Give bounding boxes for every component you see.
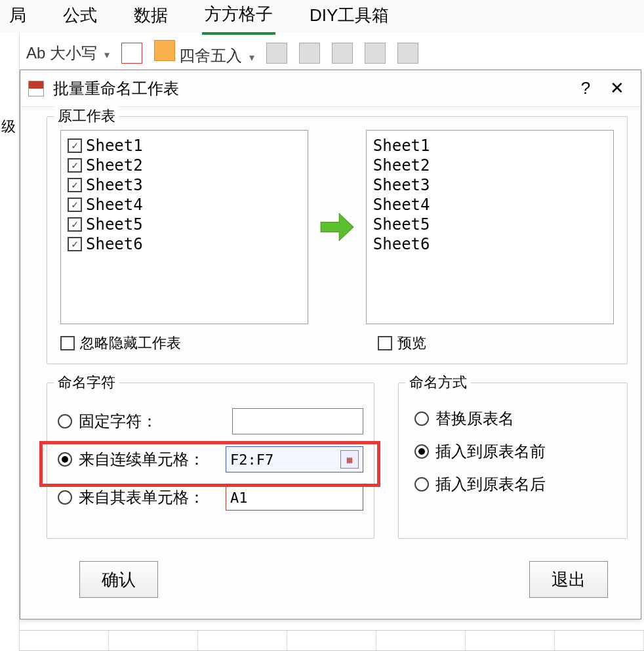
preview-sheet-item[interactable]: Sheet4	[373, 195, 607, 215]
sheet-name: Sheet4	[86, 195, 143, 215]
preview-sheet-item[interactable]: Sheet5	[373, 215, 607, 234]
range-value: F2:F7	[230, 452, 273, 468]
ribbon-tab-layout[interactable]: 局	[7, 0, 29, 33]
ribbon-tabs: 局 公式 数据 方方格子 DIY工具箱	[0, 0, 644, 33]
ribbon-tab-formula[interactable]: 公式	[60, 0, 100, 33]
ribbon-toolbar: ▾ Ab 大小写 ▾ 四舍五入 ▾	[0, 37, 644, 70]
checkbox-icon	[68, 217, 82, 232]
source-sheet-list[interactable]: Sheet1Sheet2Sheet3Sheet4Sheet5Sheet6	[60, 130, 308, 324]
option-fixed-label: 固定字符：	[79, 411, 157, 432]
checkbox-icon	[68, 237, 82, 251]
toolbar-icon-6[interactable]	[397, 43, 418, 64]
option-before-label: 插入到原表名前	[435, 441, 546, 462]
preview-sheet-item[interactable]: Sheet6	[373, 234, 607, 254]
option-insert-before[interactable]: 插入到原表名前	[414, 441, 611, 462]
radio-icon	[58, 452, 72, 467]
sheet-name: Sheet1	[86, 136, 143, 156]
toolbar-icon-5[interactable]	[365, 43, 386, 64]
option-range[interactable]: 来自连续单元格： F2:F7 ▦	[58, 446, 363, 472]
sheet-name: Sheet2	[86, 156, 143, 175]
preview-sheet-item[interactable]: Sheet3	[373, 175, 607, 195]
radio-icon	[414, 444, 429, 459]
toolbar-icon-3[interactable]	[299, 43, 320, 64]
option-insert-after[interactable]: 插入到原表名后	[414, 474, 611, 495]
group-method: 命名方式 替换原表名 插入到原表名前 插入到原表名后	[398, 383, 628, 539]
group-method-legend: 命名方式	[405, 373, 471, 392]
option-other-sheet[interactable]: 来自其表单元格： A1 ▦	[58, 484, 363, 511]
arrow-right-icon	[308, 130, 366, 324]
other-value: A1	[230, 490, 248, 506]
radio-icon	[58, 490, 72, 505]
ribbon-tab-diy[interactable]: DIY工具箱	[307, 0, 392, 33]
checkbox-icon	[68, 178, 82, 192]
preview-sheet-list[interactable]: Sheet1Sheet2Sheet3Sheet4Sheet5Sheet6	[366, 130, 614, 324]
side-label: 级	[1, 117, 16, 136]
preview-label: 预览	[397, 333, 426, 353]
round-dropdown[interactable]: 四舍五入 ▾	[154, 40, 254, 66]
toolbar-icon-1[interactable]	[121, 43, 142, 64]
preview-sheet-item[interactable]: Sheet1	[373, 136, 607, 156]
close-button[interactable]: ✕	[601, 78, 633, 98]
other-ref-input[interactable]: A1 ▦	[226, 484, 363, 511]
option-fixed[interactable]: 固定字符：	[58, 408, 363, 434]
ribbon-tab-data[interactable]: 数据	[131, 0, 171, 33]
option-replace[interactable]: 替换原表名	[414, 408, 611, 429]
radio-icon	[58, 414, 72, 429]
group-source-legend: 原工作表	[54, 106, 119, 126]
ignore-hidden-checkbox[interactable]: 忽略隐藏工作表	[60, 333, 181, 353]
option-range-label: 来自连续单元格：	[79, 449, 205, 470]
exit-button[interactable]: 退出	[529, 561, 608, 598]
checkbox-icon	[68, 138, 82, 153]
checkbox-icon	[68, 198, 82, 212]
ribbon-tab-ffgz[interactable]: 方方格子	[202, 0, 275, 35]
preview-sheet-item[interactable]: Sheet2	[373, 156, 607, 175]
help-button[interactable]: ?	[570, 78, 601, 98]
rename-dialog: 批量重命名工作表 ? ✕ 原工作表 Sheet1Sheet2Sheet3Shee…	[20, 70, 641, 620]
radio-icon	[414, 411, 429, 426]
sheet-name: Sheet6	[86, 234, 143, 254]
case-dropdown[interactable]: Ab 大小写 ▾	[26, 43, 110, 64]
sheet-name: Sheet3	[86, 175, 143, 195]
source-sheet-item[interactable]: Sheet5	[68, 215, 301, 234]
dialog-titlebar: 批量重命名工作表 ? ✕	[20, 70, 641, 107]
option-replace-label: 替换原表名	[435, 408, 514, 429]
preview-checkbox[interactable]: 预览	[378, 333, 426, 353]
group-naming: 命名字符 固定字符： 来自连续单元格： F2:F7 ▦	[47, 383, 374, 539]
app-icon	[28, 81, 44, 96]
spreadsheet-grid[interactable]	[20, 630, 644, 651]
toolbar-icon-4[interactable]	[332, 43, 353, 64]
group-naming-legend: 命名字符	[54, 373, 119, 392]
round-icon	[154, 40, 175, 61]
ok-button[interactable]: 确认	[79, 561, 158, 598]
toolbar-icon-2[interactable]	[266, 43, 287, 64]
source-sheet-item[interactable]: Sheet4	[68, 195, 301, 215]
source-sheet-item[interactable]: Sheet6	[68, 234, 301, 254]
group-source: 原工作表 Sheet1Sheet2Sheet3Sheet4Sheet5Sheet…	[47, 116, 628, 364]
dialog-title: 批量重命名工作表	[53, 78, 179, 99]
checkbox-icon	[68, 158, 82, 173]
checkbox-icon	[60, 336, 75, 350]
range-picker-icon[interactable]: ▦	[340, 450, 359, 469]
range-ref-input[interactable]: F2:F7 ▦	[226, 446, 363, 472]
radio-icon	[414, 477, 429, 492]
checkbox-icon	[378, 336, 392, 350]
sheet-name: Sheet5	[86, 215, 143, 234]
ignore-hidden-label: 忽略隐藏工作表	[80, 333, 181, 353]
svg-marker-0	[321, 213, 353, 240]
fixed-text-input[interactable]	[232, 408, 363, 434]
source-sheet-item[interactable]: Sheet3	[68, 175, 301, 195]
option-after-label: 插入到原表名后	[435, 474, 546, 495]
source-sheet-item[interactable]: Sheet2	[68, 156, 301, 175]
source-sheet-item[interactable]: Sheet1	[68, 136, 301, 156]
option-other-label: 来自其表单元格：	[79, 487, 205, 508]
